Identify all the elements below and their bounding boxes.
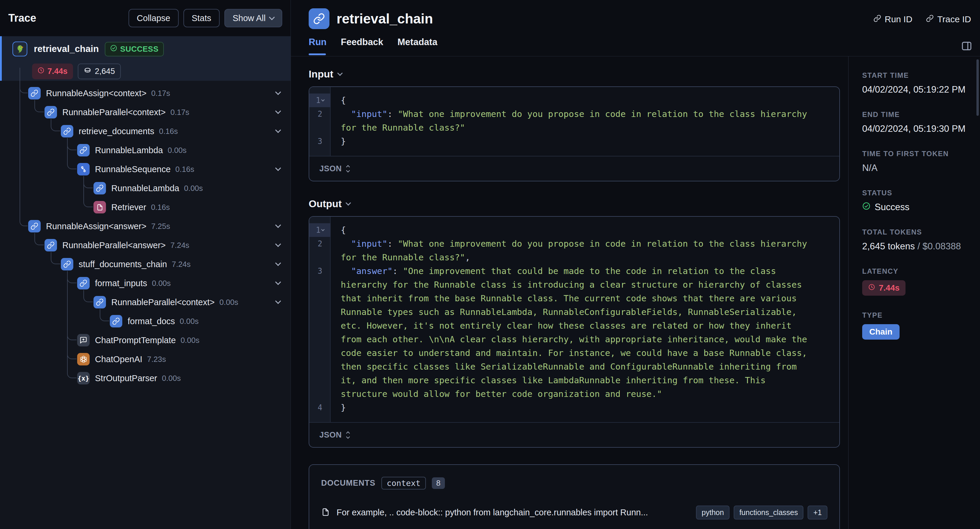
tree-node-label: Retriever [111,202,146,212]
tree-row-runnableassign-context-[interactable]: RunnableAssign<context>0.17s [28,84,170,103]
tree-node-duration: 0.16s [151,203,170,212]
tree-row-runnableassign-answer-[interactable]: RunnableAssign<answer>7.25s [28,217,170,236]
chevron-down-icon[interactable] [275,127,281,133]
chain-icon [94,296,106,308]
total-tokens-label: TOTAL TOKENS [862,228,971,236]
input-format-selector[interactable]: JSON [309,156,839,181]
clock-icon [37,67,45,76]
side-panel-toggle-icon[interactable] [961,40,972,53]
document-list-item[interactable]: For example, .. code-block:: python from… [321,505,827,519]
chain-icon [28,87,41,99]
line-number: 2 [309,237,331,250]
code-line: 1{ [309,223,839,237]
document-tag-functions-classes[interactable]: functions_classes [733,505,803,519]
run-details-panel: START TIME 04/02/2024, 05:19:22 PM END T… [848,56,980,529]
root-latency-badge: 7.44s [32,64,73,79]
document-preview-text: For example, .. code-block:: python from… [337,508,689,518]
chain-icon [28,220,41,233]
chain-icon [45,239,57,252]
line-number-collapse-toggle[interactable]: 1 [309,94,331,107]
run-title: retrieval_chain [337,11,433,27]
tree-node-duration: 0.16s [159,127,178,136]
chevron-down-icon[interactable] [275,222,281,228]
output-section-heading[interactable]: Output [309,198,848,210]
tree-node-label: retrieve_documents [79,126,154,136]
chain-icon [94,182,106,194]
tree-row-runnableparallel-context-[interactable]: RunnableParallel<context>0.00s [94,293,238,312]
run-type-badge: Chain [862,324,900,339]
prompt-icon [77,334,90,346]
tree-row-stroutputparser[interactable]: {x}StrOutputParser0.00s [77,369,181,388]
line-number: 2 [309,107,331,121]
tree-row-runnablelambda[interactable]: RunnableLambda0.00s [77,141,187,160]
tree-node-label: RunnableParallel<context> [62,107,165,117]
tree-row-runnablelambda[interactable]: RunnableLambda0.00s [94,179,203,198]
line-number: 3 [309,134,331,148]
tree-node-label: ChatOpenAI [95,354,142,364]
chevron-down-icon [337,70,342,76]
input-section-heading[interactable]: Input [309,68,848,80]
tree-node-label: RunnableLambda [95,145,163,155]
document-tag-python[interactable]: python [696,505,730,519]
tree-node-duration: 0.00s [168,146,187,155]
chevron-down-icon[interactable] [275,241,281,247]
chevron-down-icon[interactable] [275,165,281,171]
tree-row-retriever[interactable]: Retriever0.16s [94,198,170,217]
end-time-value: 04/02/2024, 05:19:30 PM [862,123,971,134]
trace-sidebar: Trace Collapse Stats Show All retrieval_… [0,0,291,529]
tree-row-runnableparallel-context-[interactable]: RunnableParallel<context>0.17s [45,103,189,122]
collapse-button[interactable]: Collapse [129,9,179,27]
status-value: Success [862,202,971,212]
documents-label: DOCUMENTS [321,478,375,488]
retriever-icon [94,201,106,214]
chain-icon [309,8,329,29]
chevron-down-icon[interactable] [275,108,281,114]
chain-icon [77,277,90,290]
tree-row-format-inputs[interactable]: format_inputs0.00s [77,274,171,293]
chevron-down-icon [346,200,351,206]
chevron-down-icon[interactable] [275,298,281,304]
chevron-down-icon[interactable] [275,260,281,266]
stats-button[interactable]: Stats [183,9,220,27]
tree-row-format-docs[interactable]: format_docs0.00s [110,312,199,331]
chain-icon [61,125,73,137]
latency-label: LATENCY [862,267,971,276]
output-format-selector[interactable]: JSON [309,422,839,447]
clock-icon [868,283,875,293]
tree-node-label: RunnableParallel<context> [111,298,215,307]
langsmith-trace-view: Trace Collapse Stats Show All retrieval_… [0,0,980,529]
input-code-block: 1{2 "input": "What one improvement do yo… [309,86,840,182]
tree-node-duration: 7.24s [172,260,191,269]
tab-metadata[interactable]: Metadata [398,37,437,55]
tree-row-runnablesequence[interactable]: RunnableSequence0.16s [77,160,194,179]
root-run-selected-row[interactable]: retrieval_chain SUCCESS 7.44s 2,645 [0,36,291,81]
tree-row-retrieve-documents[interactable]: retrieve_documents0.16s [61,122,178,141]
tree-row-runnableparallel-answer-[interactable]: RunnableParallel<answer>7.24s [45,236,189,255]
line-number: 4 [309,401,331,414]
chevron-down-icon[interactable] [275,89,281,95]
document-tag--1[interactable]: +1 [808,505,827,519]
chevron-down-icon[interactable] [275,279,281,285]
link-icon [926,14,934,24]
show-all-dropdown[interactable]: Show All [224,9,282,27]
line-number: 3 [309,264,331,278]
root-run-name: retrieval_chain [34,44,99,54]
chain-icon [110,315,122,327]
trace-id-button[interactable]: Trace ID [926,14,971,24]
tree-node-duration: 0.00s [180,317,199,326]
tree-row-chatopenai[interactable]: ChatOpenAI7.23s [77,350,166,369]
run-id-button[interactable]: Run ID [873,14,912,24]
documents-count-badge: 8 [432,477,445,489]
output-code-block: 1{2 "input": "What one improvement do yo… [309,216,840,448]
tab-run[interactable]: Run [309,37,326,55]
parrot-icon [13,41,27,56]
line-number-collapse-toggle[interactable]: 1 [309,223,331,237]
tab-feedback[interactable]: Feedback [341,37,383,55]
openai-icon [77,353,90,365]
scrollbar-thumb[interactable] [977,59,979,116]
tree-row-chatprompttemplate[interactable]: ChatPromptTemplate0.00s [77,331,199,350]
tree-node-duration: 7.24s [170,241,189,250]
documents-context-badge: context [381,477,426,489]
tree-node-label: RunnableParallel<answer> [62,241,165,250]
tree-row-stuff-documents-chain[interactable]: stuff_documents_chain7.24s [61,255,191,274]
